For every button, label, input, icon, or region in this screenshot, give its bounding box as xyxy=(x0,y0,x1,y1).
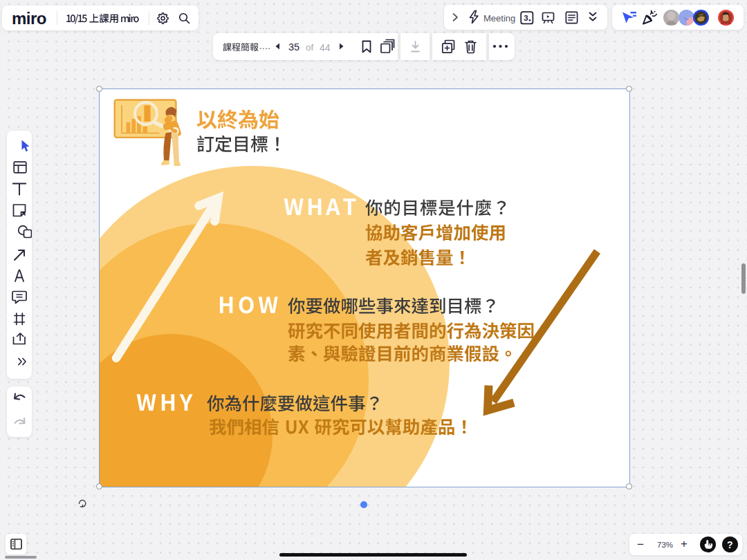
svg-text:3: 3 xyxy=(524,14,528,22)
svg-text:?: ? xyxy=(727,539,733,550)
